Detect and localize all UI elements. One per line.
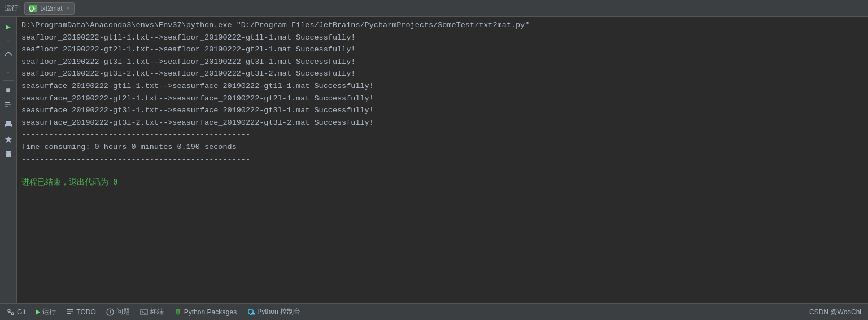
bottom-left-items: Git 运行 TODO 问题 bbox=[2, 305, 305, 319]
tab-txt2mat[interactable]: P txt2mat × bbox=[24, 2, 75, 15]
console-line-1: seafloor_20190222-gt1l-1.txt-->seafloor_… bbox=[21, 32, 863, 44]
svg-rect-7 bbox=[6, 125, 7, 125]
main-area: ▶ ↑ ↓ ■ bbox=[0, 17, 868, 303]
bottom-item-git[interactable]: Git bbox=[2, 305, 30, 319]
run-label: 运行: bbox=[5, 3, 20, 13]
console-line-7: seasurface_20190222-gt3l-1.txt-->seasurf… bbox=[21, 104, 863, 117]
svg-rect-3 bbox=[5, 106, 8, 107]
sort-button[interactable] bbox=[2, 99, 15, 111]
console-separator-1: ----------------------------------------… bbox=[21, 129, 863, 141]
console-exit: 进程已结束，退出代码为 0 bbox=[21, 176, 863, 189]
bottom-item-packages[interactable]: Python Packages bbox=[169, 305, 241, 319]
bottom-terminal-label: 终端 bbox=[150, 307, 164, 317]
console-empty-1 bbox=[21, 165, 863, 176]
console-line-4: seafloor_20190222-gt3l-2.txt-->seafloor_… bbox=[21, 68, 863, 80]
svg-rect-1 bbox=[5, 102, 10, 103]
svg-point-11 bbox=[8, 309, 10, 312]
bottom-git-label: Git bbox=[17, 308, 25, 316]
bottom-item-terminal[interactable]: 终端 bbox=[136, 305, 168, 319]
bottom-item-todo[interactable]: TODO bbox=[62, 305, 100, 319]
console-separator-2: ----------------------------------------… bbox=[21, 154, 863, 166]
svg-rect-20 bbox=[110, 310, 111, 313]
bottom-packages-label: Python Packages bbox=[184, 308, 237, 316]
python-icon: P bbox=[29, 5, 37, 12]
divider-2 bbox=[3, 115, 14, 115]
pin-button[interactable] bbox=[2, 133, 15, 146]
svg-rect-21 bbox=[110, 313, 111, 314]
svg-rect-6 bbox=[6, 126, 11, 128]
console-line-8: seasurface_20190222-gt3l-2.txt-->seasurf… bbox=[21, 117, 863, 129]
bottom-item-console[interactable]: py Python 控制台 bbox=[242, 305, 305, 319]
svg-text:py: py bbox=[252, 313, 255, 315]
bottom-problems-label: 问题 bbox=[116, 307, 130, 317]
svg-text:P: P bbox=[34, 7, 36, 10]
scroll-down-button[interactable]: ↓ bbox=[2, 64, 15, 77]
console-area[interactable]: D:\ProgramData\Anaconda3\envs\Env37\pyth… bbox=[17, 17, 868, 303]
svg-rect-4 bbox=[6, 121, 11, 124]
tab-close-button[interactable]: × bbox=[66, 5, 70, 12]
bottom-right-label: CSDN @WooChi bbox=[809, 308, 866, 316]
scroll-up-button[interactable]: ↑ bbox=[2, 35, 15, 47]
console-line-cmd: D:\ProgramData\Anaconda3\envs\Env37\pyth… bbox=[21, 19, 863, 32]
delete-button[interactable] bbox=[2, 148, 15, 160]
svg-rect-2 bbox=[5, 104, 11, 105]
svg-rect-16 bbox=[67, 309, 73, 310]
console-line-6: seasurface_20190222-gt2l-1.txt-->seasurf… bbox=[21, 93, 863, 105]
bottom-bar: Git 运行 TODO 问题 bbox=[0, 303, 868, 320]
svg-rect-8 bbox=[6, 152, 11, 157]
bottom-item-problems[interactable]: 问题 bbox=[102, 305, 134, 319]
stop-button[interactable]: ■ bbox=[2, 84, 15, 97]
svg-rect-10 bbox=[7, 151, 10, 152]
bottom-todo-label: TODO bbox=[76, 308, 95, 316]
svg-rect-18 bbox=[67, 313, 71, 314]
bottom-item-run[interactable]: 运行 bbox=[31, 305, 60, 319]
console-line-2: seafloor_20190222-gt2l-1.txt-->seafloor_… bbox=[21, 43, 863, 56]
left-toolbar: ▶ ↑ ↓ ■ bbox=[0, 17, 17, 303]
bottom-run-label: 运行 bbox=[42, 307, 56, 317]
console-time: Time consuming: 0 hours 0 minutes 0.190 … bbox=[21, 141, 863, 154]
console-line-3: seafloor_20190222-gt3l-1.txt-->seafloor_… bbox=[21, 56, 863, 68]
tab-name: txt2mat bbox=[40, 5, 62, 12]
divider-1 bbox=[3, 80, 14, 81]
print-button[interactable] bbox=[2, 119, 15, 131]
svg-rect-17 bbox=[67, 311, 73, 312]
rerun-button[interactable] bbox=[2, 50, 15, 62]
run-triangle-icon bbox=[36, 309, 40, 315]
bottom-console-label: Python 控制台 bbox=[257, 307, 300, 317]
tab-bar: 运行: P txt2mat × bbox=[0, 0, 868, 17]
console-line-5: seasurface_20190222-gt1l-1.txt-->seasurf… bbox=[21, 80, 863, 93]
run-button[interactable]: ▶ bbox=[2, 20, 15, 33]
